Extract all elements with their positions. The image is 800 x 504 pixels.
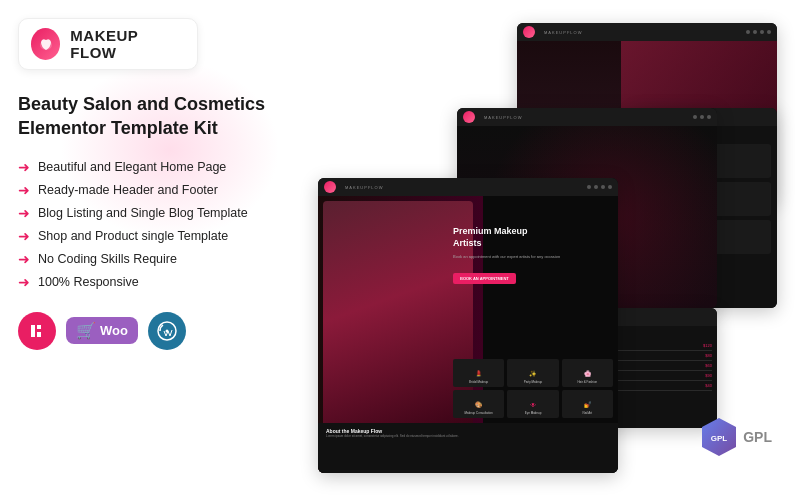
right-panel: MAKEUPFLOW About Us MAKEUPFLOW ur Arti [318, 18, 782, 486]
feature-item-5: ➜ No Coding Skills Require [18, 251, 308, 267]
svg-rect-1 [31, 325, 35, 337]
arrow-icon-5: ➜ [18, 251, 30, 267]
main-container: MAKEUP FLOW Beauty Salon and CosmeticsEl… [0, 0, 800, 504]
nav-dot [746, 30, 750, 34]
hero-woman-face [323, 201, 473, 450]
woo-label: Woo [100, 323, 128, 338]
hero-nav-dots [587, 185, 612, 189]
subtitle: Beauty Salon and CosmeticsElementor Temp… [18, 92, 308, 141]
bridal-icon: 💄 [475, 371, 482, 377]
bridal-label: Bridal Makeup [456, 380, 501, 384]
hero-desc: Book an appointment with our expert arti… [453, 254, 613, 260]
hero-icons-grid: 💄 Bridal Makeup ✨ Party Makeup 🌸 Hair & … [453, 359, 613, 418]
party-icon: ✨ [529, 371, 536, 377]
nav-dot [608, 185, 612, 189]
nav-dot [767, 30, 771, 34]
hero-icon-consult: 🎨 Makeup Consultation [453, 390, 504, 418]
hero-icon-bridal: 💄 Bridal Makeup [453, 359, 504, 387]
nav-dot [601, 185, 605, 189]
nav-dot [594, 185, 598, 189]
consult-icon: 🎨 [475, 402, 482, 408]
hero-icon-nail: 💅 Nail Art [562, 390, 613, 418]
logo-text: MAKEUP FLOW [70, 27, 179, 61]
hero-nav-logo [324, 181, 336, 193]
logo-box: MAKEUP FLOW [18, 18, 198, 70]
bottom-badges: 🛒 Woo [18, 312, 308, 350]
eye-icon: 👁 [530, 402, 536, 408]
services-nav-dots [693, 115, 711, 119]
arrow-icon-2: ➜ [18, 182, 30, 198]
about-nav: MAKEUPFLOW [517, 23, 777, 41]
pricing-price-4: $90 [705, 373, 712, 378]
features-list: ➜ Beautiful and Elegant Home Page ➜ Read… [18, 159, 308, 290]
nail-icon: 💅 [584, 402, 591, 408]
hero-icon-eye: 👁 Eye Makeup [507, 390, 558, 418]
services-nav-logo [463, 111, 475, 123]
hero-bottom-strip: About the Makeup Flow Lorem ipsum dolor … [318, 423, 618, 473]
left-panel: MAKEUP FLOW Beauty Salon and CosmeticsEl… [18, 18, 308, 486]
svg-point-5 [165, 329, 168, 332]
services-nav: MAKEUPFLOW [457, 108, 717, 126]
about-nav-logo [523, 26, 535, 38]
svg-rect-3 [37, 332, 41, 337]
arrow-icon-3: ➜ [18, 205, 30, 221]
consult-label: Makeup Consultation [456, 411, 501, 415]
hero-text-area: Premium MakeupArtists Book an appointmen… [453, 226, 613, 284]
arrow-icon-1: ➜ [18, 159, 30, 175]
nail-label: Nail Art [565, 411, 610, 415]
pricing-price-1: $120 [703, 343, 712, 348]
svg-rect-2 [37, 325, 41, 329]
hair-icon: 🌸 [584, 371, 591, 377]
nav-dot [693, 115, 697, 119]
pricing-price-2: $80 [705, 353, 712, 358]
nav-dot [700, 115, 704, 119]
woocommerce-badge: 🛒 Woo [66, 317, 138, 344]
gpl-icon: GPL [698, 416, 740, 458]
hero-icon-hair: 🌸 Hair & Fashion [562, 359, 613, 387]
hero-bottom-text: Lorem ipsum dolor sit amet, consectetur … [326, 434, 610, 438]
nav-dot [753, 30, 757, 34]
eye-label: Eye Makeup [510, 411, 555, 415]
pricing-price-5: $40 [705, 383, 712, 388]
nav-dot [707, 115, 711, 119]
screen-hero: MAKEUPFLOW Premium MakeupArtists Book an… [318, 178, 618, 473]
wordpress-badge [148, 312, 186, 350]
about-nav-dots [746, 30, 771, 34]
arrow-icon-4: ➜ [18, 228, 30, 244]
party-label: Party Makeup [510, 380, 555, 384]
svg-text:GPL: GPL [711, 434, 728, 443]
hero-main-title: Premium MakeupArtists [453, 226, 613, 249]
hair-label: Hair & Fashion [565, 380, 610, 384]
gpl-badge: GPL GPL [698, 416, 772, 458]
feature-item-6: ➜ 100% Responsive [18, 274, 308, 290]
feature-item-3: ➜ Blog Listing and Single Blog Template [18, 205, 308, 221]
gpl-hexagon: GPL [698, 416, 740, 458]
gpl-text: GPL [743, 429, 772, 445]
feature-item-1: ➜ Beautiful and Elegant Home Page [18, 159, 308, 175]
feature-item-2: ➜ Ready-made Header and Footer [18, 182, 308, 198]
elementor-badge [18, 312, 56, 350]
woo-icon: 🛒 [76, 321, 96, 340]
arrow-icon-6: ➜ [18, 274, 30, 290]
hero-nav: MAKEUPFLOW [318, 178, 618, 196]
hero-icon-party: ✨ Party Makeup [507, 359, 558, 387]
nav-dot [760, 30, 764, 34]
nav-dot [587, 185, 591, 189]
pricing-price-3: $60 [705, 363, 712, 368]
hero-cta-button[interactable]: BOOK AN APPOINTMENT [453, 273, 516, 284]
hero-content: Premium MakeupArtists Book an appointmen… [318, 196, 618, 473]
feature-item-4: ➜ Shop and Product single Template [18, 228, 308, 244]
logo-icon [31, 28, 60, 60]
